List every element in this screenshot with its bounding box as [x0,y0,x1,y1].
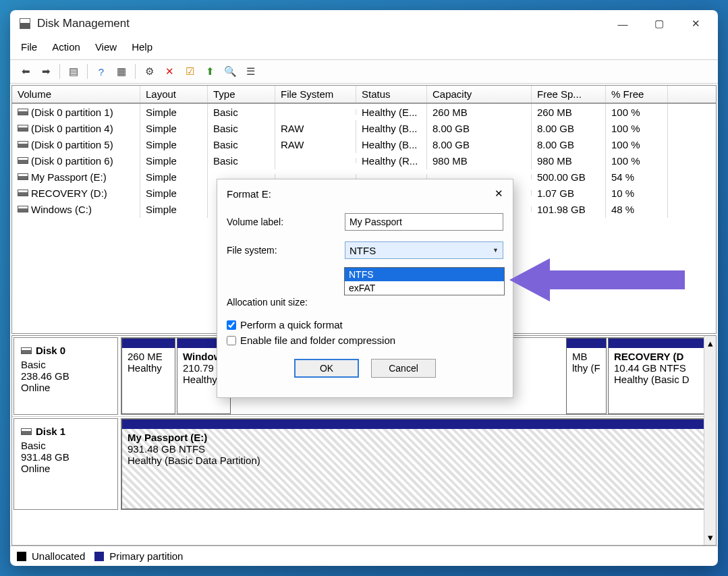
refresh-icon[interactable]: ▦ [113,63,130,80]
annotation-arrow [509,253,685,309]
disk0-part1[interactable]: 260 MEHealthy [121,338,175,414]
chevron-down-icon: ▼ [493,247,499,254]
titlebar: Disk Management — ▢ ✕ [10,10,718,37]
dropdown-option-exfat[interactable]: exFAT [345,281,504,295]
volume-icon [18,157,28,164]
settings-icon[interactable]: ⚙ [140,63,158,80]
volume-icon [18,141,28,148]
window-title: Disk Management [37,17,130,30]
menu-file[interactable]: File [21,41,37,53]
col-free[interactable]: Free Sp... [532,86,606,103]
compression-checkbox[interactable] [227,336,236,345]
allocation-label: Allocation unit size: [227,297,345,308]
disk0-part5[interactable]: RECOVERY (D10.44 GB NTFSHealthy (Basic D [608,338,712,414]
up-icon[interactable]: ⬆ [201,63,219,80]
menu-view[interactable]: View [95,41,117,53]
disk1-part1[interactable]: My Passport (E:)931.48 GB NTFSHealthy (B… [121,419,712,509]
volume-icon [18,109,28,115]
legend-primary-swatch [94,552,104,561]
volume-label-text: Volume label: [227,217,345,227]
check-icon[interactable]: ☑ [181,63,198,80]
volume-icon [18,206,28,212]
help-icon[interactable]: ? [92,63,110,80]
scroll-up-icon[interactable]: ▴ [708,337,713,349]
svg-marker-0 [509,258,685,301]
toolbar: ⬅ ➡ ▤ ? ▦ ⚙ ✕ ☑ ⬆ 🔍 ☰ [10,59,718,84]
col-layout[interactable]: Layout [140,86,208,103]
volume-icon [18,125,28,132]
disk1-header[interactable]: Disk 1 Basic 931.48 GB Online [13,418,118,510]
table-row[interactable]: (Disk 0 partition 5)SimpleBasicRAWHealth… [12,136,716,152]
filesystem-value: NTFS [349,245,376,256]
legend-unallocated-swatch [17,552,26,561]
scroll-down-icon[interactable]: ▾ [708,531,713,544]
table-row[interactable]: (Disk 0 partition 4)SimpleBasicRAWHealth… [12,120,716,136]
col-status[interactable]: Status [356,86,427,103]
maximize-button[interactable]: ▢ [653,18,665,30]
col-capacity[interactable]: Capacity [427,86,532,103]
filesystem-dropdown: NTFS exFAT [344,267,505,295]
table-row[interactable]: (Disk 0 partition 6)SimpleBasicHealthy (… [12,152,716,169]
back-icon[interactable]: ⬅ [17,63,34,80]
ok-button[interactable]: OK [294,359,359,378]
search-icon[interactable]: 🔍 [221,63,239,80]
dropdown-option-ntfs[interactable]: NTFS [345,268,504,281]
format-dialog: Format E: ✕ Volume label: File system: N… [217,179,513,398]
menu-action[interactable]: Action [52,41,80,53]
menu-bar: File Action View Help [10,37,718,59]
disk0-part4[interactable]: MBlthy (F [566,338,607,414]
filesystem-label: File system: [227,245,345,256]
minimize-button[interactable]: — [617,18,629,30]
forward-icon[interactable]: ➡ [37,63,55,80]
legend: Unallocated Primary partition [10,546,718,566]
disk-icon [21,347,32,354]
col-filesystem[interactable]: File System [275,86,356,103]
table-header: Volume Layout Type File System Status Ca… [12,86,716,104]
disk1-partitions: My Passport (E:)931.48 GB NTFSHealthy (B… [121,418,715,510]
quick-format-label: Perform a quick format [240,319,343,330]
legend-primary-label: Primary partition [109,550,183,562]
delete-icon[interactable]: ✕ [161,63,178,80]
volume-label-input[interactable] [345,213,503,231]
app-icon [20,18,30,29]
disk1-row: Disk 1 Basic 931.48 GB Online My Passpor… [12,417,716,511]
cancel-button[interactable]: Cancel [371,359,436,378]
dialog-title: Format E: [227,188,271,200]
close-button[interactable]: ✕ [690,18,702,30]
volume-icon [18,173,28,180]
col-pctfree[interactable]: % Free [606,86,668,103]
disk0-header[interactable]: Disk 0 Basic 238.46 GB Online [13,337,118,415]
properties-icon[interactable]: ☰ [242,63,259,80]
compression-label: Enable file and folder compression [240,335,395,346]
table-row[interactable]: (Disk 0 partition 1)SimpleBasicHealthy (… [12,104,716,120]
menu-help[interactable]: Help [132,41,152,53]
dialog-close-icon[interactable]: ✕ [495,188,503,200]
volume-icon [18,190,28,196]
col-volume[interactable]: Volume [12,86,140,103]
quick-format-checkbox[interactable] [227,320,236,330]
col-type[interactable]: Type [208,86,275,103]
disk-icon [21,428,32,435]
filesystem-combobox[interactable]: NTFS ▼ [345,241,503,259]
legend-unallocated-label: Unallocated [32,550,85,562]
disk-scrollbar[interactable]: ▴▾ [704,336,716,545]
list-icon[interactable]: ▤ [65,63,82,80]
